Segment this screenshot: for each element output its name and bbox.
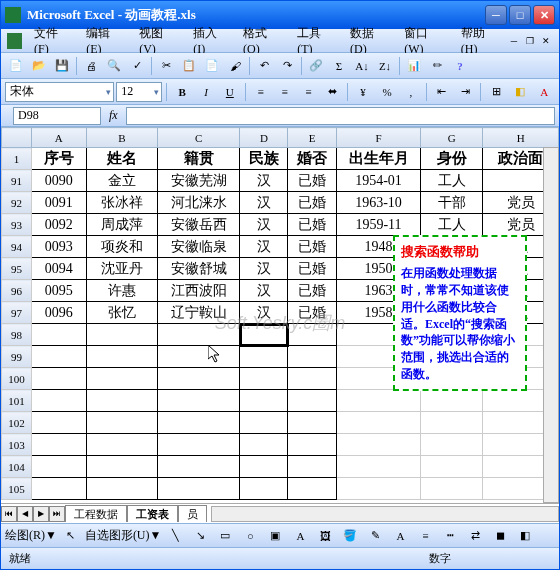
cell[interactable] — [157, 456, 240, 478]
vertical-scrollbar[interactable] — [543, 147, 559, 503]
cell[interactable]: 已婚 — [288, 280, 336, 302]
tab-nav-next-icon[interactable]: ▶ — [33, 506, 49, 522]
borders-icon[interactable]: ⊞ — [485, 81, 507, 103]
autoshapes-menu[interactable]: 自选图形(U)▼ — [85, 527, 162, 544]
cell[interactable] — [288, 324, 336, 346]
cell[interactable] — [86, 478, 157, 500]
wordart-icon[interactable]: A — [289, 525, 311, 547]
cell[interactable]: 已婚 — [288, 214, 336, 236]
cell[interactable] — [157, 368, 240, 390]
3d-icon[interactable]: ◧ — [514, 525, 536, 547]
fontcolor-icon[interactable]: A — [389, 525, 411, 547]
doc-close-button[interactable]: ✕ — [539, 35, 553, 47]
row-header[interactable]: 95 — [2, 258, 32, 280]
linecolor-icon[interactable]: ✎ — [364, 525, 386, 547]
tab-nav-first-icon[interactable]: ⏮ — [1, 506, 17, 522]
row-header[interactable]: 97 — [2, 302, 32, 324]
cell[interactable] — [421, 478, 483, 500]
cell[interactable] — [86, 456, 157, 478]
cell[interactable]: 籍贯 — [157, 148, 240, 170]
row-header[interactable]: 102 — [2, 412, 32, 434]
cell[interactable] — [336, 390, 421, 412]
row-header[interactable]: 1 — [2, 148, 32, 170]
cell[interactable]: 0093 — [31, 236, 86, 258]
cell[interactable] — [421, 412, 483, 434]
cell[interactable]: 已婚 — [288, 302, 336, 324]
row-header[interactable]: 103 — [2, 434, 32, 456]
cell[interactable] — [240, 434, 288, 456]
col-header-G[interactable]: G — [421, 128, 483, 148]
new-icon[interactable]: 📄 — [5, 55, 27, 77]
horizontal-scrollbar[interactable] — [211, 506, 559, 522]
cut-icon[interactable]: ✂ — [155, 55, 177, 77]
tab-nav-last-icon[interactable]: ⏭ — [49, 506, 65, 522]
merge-icon[interactable]: ⬌ — [321, 81, 343, 103]
col-header-A[interactable]: A — [31, 128, 86, 148]
cell[interactable]: 身份 — [421, 148, 483, 170]
cell[interactable] — [31, 324, 86, 346]
cell[interactable] — [31, 434, 86, 456]
cell[interactable]: 安徽舒城 — [157, 258, 240, 280]
col-header-E[interactable]: E — [288, 128, 336, 148]
cell[interactable] — [240, 346, 288, 368]
row-header[interactable]: 99 — [2, 346, 32, 368]
paste-icon[interactable]: 📄 — [201, 55, 223, 77]
doc-restore-button[interactable]: ❐ — [523, 35, 537, 47]
cell[interactable] — [31, 456, 86, 478]
align-center-icon[interactable]: ≡ — [274, 81, 296, 103]
cell[interactable] — [240, 368, 288, 390]
draw-menu[interactable]: 绘图(R)▼ — [5, 527, 57, 544]
cell[interactable] — [31, 390, 86, 412]
cell[interactable] — [157, 390, 240, 412]
row-header[interactable]: 92 — [2, 192, 32, 214]
col-header-C[interactable]: C — [157, 128, 240, 148]
cell[interactable] — [240, 456, 288, 478]
cell[interactable] — [336, 478, 421, 500]
cell[interactable]: 婚否 — [288, 148, 336, 170]
autosum-icon[interactable]: Σ — [328, 55, 350, 77]
cell[interactable]: 1959-11 — [336, 214, 421, 236]
cell[interactable]: 汉 — [240, 170, 288, 192]
cell[interactable] — [336, 412, 421, 434]
cell[interactable]: 已婚 — [288, 170, 336, 192]
cell[interactable] — [240, 478, 288, 500]
sheet-tab[interactable]: 工程数据 — [65, 505, 127, 522]
cell[interactable]: 汉 — [240, 258, 288, 280]
cell[interactable]: 民族 — [240, 148, 288, 170]
save-icon[interactable]: 💾 — [51, 55, 73, 77]
name-box[interactable]: D98 — [13, 107, 101, 125]
cell[interactable] — [157, 434, 240, 456]
cell[interactable]: 已婚 — [288, 258, 336, 280]
cell[interactable] — [288, 368, 336, 390]
cell[interactable] — [31, 412, 86, 434]
cell[interactable]: 汉 — [240, 214, 288, 236]
sort-desc-icon[interactable]: Z↓ — [374, 55, 396, 77]
drawing-icon[interactable]: ✏ — [426, 55, 448, 77]
sort-asc-icon[interactable]: A↓ — [351, 55, 373, 77]
cell[interactable]: 河北涞水 — [157, 192, 240, 214]
row-header[interactable]: 101 — [2, 390, 32, 412]
help-icon[interactable]: ? — [449, 55, 471, 77]
shadow-icon[interactable]: ◼ — [489, 525, 511, 547]
cell[interactable] — [336, 434, 421, 456]
cell[interactable] — [157, 478, 240, 500]
underline-icon[interactable]: U — [219, 81, 241, 103]
cell[interactable] — [421, 390, 483, 412]
cell[interactable] — [288, 390, 336, 412]
dashstyle-icon[interactable]: ┅ — [439, 525, 461, 547]
cell[interactable] — [31, 368, 86, 390]
cell[interactable]: 0094 — [31, 258, 86, 280]
cell[interactable] — [31, 346, 86, 368]
cell[interactable]: 汉 — [240, 280, 288, 302]
arrow-icon[interactable]: ↘ — [189, 525, 211, 547]
copy-icon[interactable]: 📋 — [178, 55, 200, 77]
cell[interactable]: 安徽临泉 — [157, 236, 240, 258]
formula-bar[interactable] — [126, 107, 555, 125]
select-objects-icon[interactable]: ↖ — [60, 525, 82, 547]
indent-inc-icon[interactable]: ⇥ — [455, 81, 477, 103]
row-header[interactable]: 93 — [2, 214, 32, 236]
row-header[interactable]: 94 — [2, 236, 32, 258]
spell-icon[interactable]: ✓ — [126, 55, 148, 77]
row-header[interactable]: 105 — [2, 478, 32, 500]
currency-icon[interactable]: ¥ — [352, 81, 374, 103]
